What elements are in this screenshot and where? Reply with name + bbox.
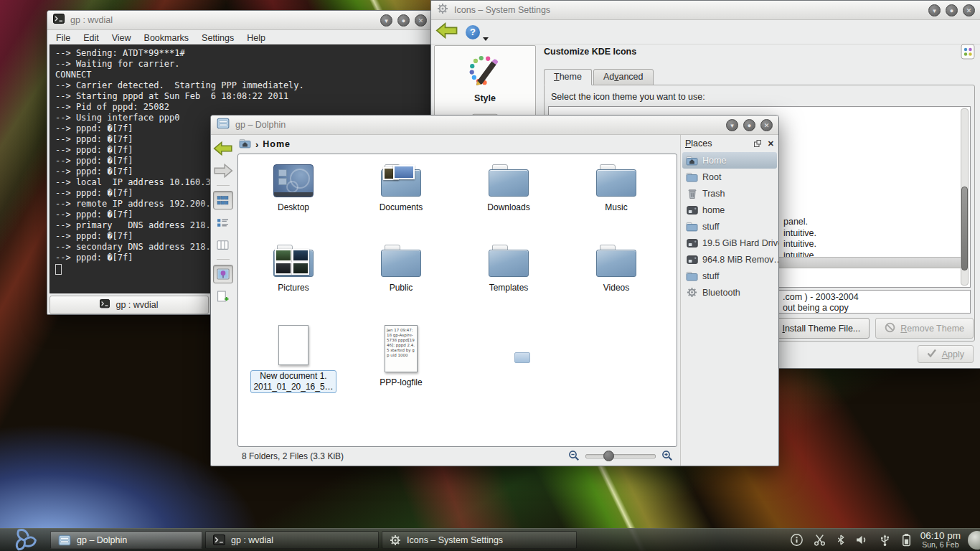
- remove-icon: [885, 322, 895, 335]
- tray-battery-icon[interactable]: [901, 533, 912, 547]
- apply-button[interactable]: Apply: [918, 345, 974, 363]
- panel-toolbox-cashew[interactable]: [968, 531, 980, 550]
- scrollbar[interactable]: [961, 108, 969, 286]
- zoom-in-icon: [661, 450, 673, 461]
- float-panel-icon[interactable]: [753, 139, 762, 148]
- zoom-in-icon[interactable]: [661, 450, 673, 463]
- place-item-stuff[interactable]: stuff: [681, 268, 778, 284]
- app-launcher-button[interactable]: [0, 529, 49, 551]
- back-button[interactable]: [435, 21, 458, 43]
- file-item-videos[interactable]: Videos: [562, 240, 670, 321]
- file-item-desktop[interactable]: Desktop: [240, 160, 347, 240]
- place-item-19-5-gib-hard-drive[interactable]: 19.5 GiB Hard Drive: [681, 235, 778, 251]
- terminal-titlebar[interactable]: gp : wvdial ▾ ● ✕: [47, 11, 433, 30]
- folder-icon: [489, 164, 529, 197]
- hard-drive-icon: [687, 238, 698, 248]
- scissors-icon: [813, 533, 826, 547]
- place-item-home[interactable]: home: [681, 202, 778, 218]
- terminal-line: --> Carrier detected. Starting PPP immed…: [55, 80, 425, 91]
- place-item-964-8-mib-remov[interactable]: 964.8 MiB Remov…: [681, 251, 778, 268]
- home-folder-icon: [239, 138, 251, 149]
- scrollbar-thumb[interactable]: [961, 187, 968, 270]
- menu-view[interactable]: View: [112, 33, 131, 43]
- file-item-ppp-logfile[interactable]: Jan 17 09:47:18 gp-Aspire-5738 pppd[1946…: [347, 321, 455, 418]
- place-item-home[interactable]: Home: [682, 152, 777, 169]
- close-button[interactable]: ✕: [963, 4, 975, 17]
- details-view-button[interactable]: [213, 213, 233, 232]
- pictures-folder-icon: [273, 245, 314, 278]
- tray-info-icon[interactable]: [790, 533, 804, 547]
- dolphin-titlebar[interactable]: gp – Dolphin ▾ ● ✕: [211, 116, 778, 135]
- maximize-button[interactable]: ●: [397, 14, 410, 27]
- menu-help[interactable]: Help: [247, 33, 265, 43]
- taskbar-task-gp-wvdial[interactable]: gp : wvdial: [205, 531, 379, 549]
- file-label: Documents: [380, 202, 423, 213]
- help-button[interactable]: ?: [466, 25, 480, 39]
- preview-button[interactable]: [213, 265, 233, 283]
- close-panel-icon[interactable]: ✕: [768, 139, 774, 149]
- columns-view-button[interactable]: [213, 235, 233, 254]
- file-label: PPP-logfile: [380, 377, 422, 388]
- settings-tabs: Theme Advanced: [544, 68, 655, 85]
- icons-view-button[interactable]: [213, 191, 233, 209]
- usb-icon: [878, 533, 892, 547]
- tray-bluetooth-icon[interactable]: [836, 533, 846, 547]
- tray-device-notifier-icon[interactable]: [878, 533, 892, 547]
- file-view[interactable]: DesktopDocumentsDownloadsMusicPicturesPu…: [237, 154, 677, 447]
- minimize-button[interactable]: ▾: [380, 14, 392, 27]
- menu-bookmarks[interactable]: Bookmarks: [144, 33, 189, 43]
- settings-title: Icons – System Settings: [454, 5, 550, 15]
- place-label: 964.8 MiB Remov…: [702, 255, 778, 265]
- menu-settings[interactable]: Settings: [202, 33, 234, 43]
- file-item-new-document-1[interactable]: New document 1. 2011_01_20_16_5…: [240, 321, 347, 418]
- place-item-trash[interactable]: Trash: [681, 185, 778, 202]
- tray-volume-icon[interactable]: [855, 534, 869, 546]
- document-file-icon: [278, 325, 308, 365]
- file-label: Templates: [489, 283, 529, 293]
- settings-titlebar[interactable]: Icons – System Settings ▾ ● ✕: [431, 1, 980, 20]
- file-item-pictures[interactable]: Pictures: [240, 240, 347, 321]
- tab-advanced[interactable]: Advanced: [593, 69, 654, 85]
- taskbar-task-icons-system-settings[interactable]: Icons – System Settings: [382, 531, 577, 549]
- close-button[interactable]: ✕: [415, 14, 427, 27]
- forward-button[interactable]: [213, 161, 233, 180]
- remove-theme-button[interactable]: Remove Theme: [875, 318, 974, 339]
- tray-klipper-icon[interactable]: [813, 533, 826, 547]
- file-item-documents[interactable]: Documents: [347, 160, 455, 240]
- task-label: gp : wvdial: [231, 535, 273, 545]
- zoom-out-icon[interactable]: [568, 450, 580, 463]
- file-label: Music: [605, 202, 627, 213]
- zoom-slider-handle[interactable]: [603, 451, 614, 461]
- places-panel: Places ✕ HomeRootTrashhomestuff19.5 GiB …: [680, 135, 778, 466]
- breadcrumb-home[interactable]: Home: [263, 139, 291, 149]
- place-item-bluetooth[interactable]: Bluetooth: [681, 284, 778, 301]
- back-button[interactable]: [213, 139, 233, 158]
- chevron-down-icon: [483, 37, 489, 41]
- menu-file[interactable]: File: [56, 33, 70, 43]
- minimize-button[interactable]: ▾: [928, 4, 941, 17]
- minimize-button[interactable]: ▾: [726, 119, 738, 131]
- new-tab-button[interactable]: [213, 287, 233, 306]
- overview-icon[interactable]: [961, 44, 975, 62]
- sidebar-item-style[interactable]: Style: [468, 52, 501, 110]
- launcher-logo-icon: [8, 526, 41, 551]
- file-item-downloads[interactable]: Downloads: [455, 160, 562, 240]
- close-button[interactable]: ✕: [760, 119, 773, 131]
- terminal-tab[interactable]: gp : wvdial: [50, 296, 209, 314]
- file-item-templates[interactable]: Templates: [455, 240, 562, 321]
- place-item-root[interactable]: Root: [681, 169, 778, 185]
- tab-theme[interactable]: Theme: [544, 69, 592, 85]
- file-item-public[interactable]: Public: [347, 240, 455, 321]
- zoom-slider[interactable]: [585, 454, 656, 458]
- terminal-line: --> Starting pppd at Sun Feb 6 18:08:22 …: [55, 91, 425, 102]
- home-folder-icon[interactable]: [239, 138, 251, 151]
- file-item-music[interactable]: Music: [562, 160, 670, 240]
- menu-edit[interactable]: Edit: [83, 33, 99, 43]
- maximize-button[interactable]: ●: [946, 4, 958, 17]
- place-item-stuff[interactable]: stuff: [681, 218, 778, 235]
- clock[interactable]: 06:10 pm Sun, 6 Feb: [920, 531, 961, 550]
- task-label: Icons – System Settings: [407, 535, 503, 545]
- maximize-button[interactable]: ●: [743, 119, 755, 131]
- taskbar-task-gp-dolphin[interactable]: gp – Dolphin: [50, 531, 202, 549]
- clock-time: 06:10 pm: [920, 531, 961, 540]
